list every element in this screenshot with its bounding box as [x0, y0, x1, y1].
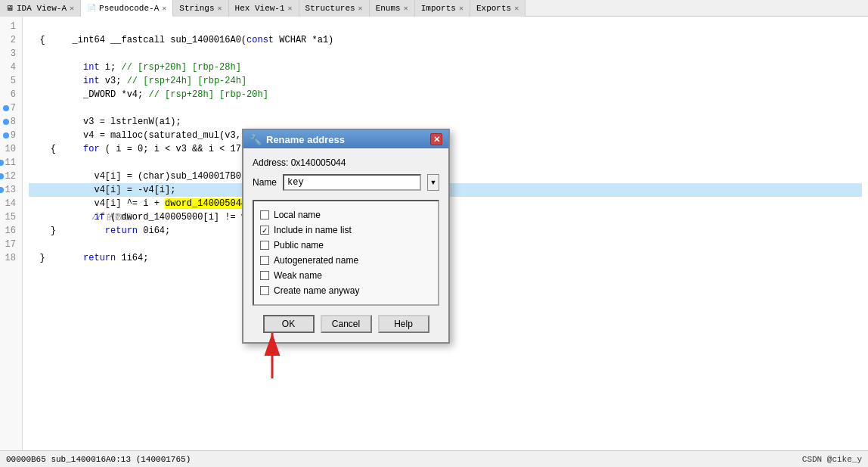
line-numbers: 1 2 3 4 5 6 7 8 9 10 11 12 13 14 15 16 1… — [0, 17, 23, 450]
tab-label-exports: Exports — [476, 4, 511, 13]
dialog-titlebar: 🔧 Rename address ✕ — [243, 130, 448, 148]
tab-enums[interactable]: Enums ✕ — [370, 0, 415, 17]
checkbox-autogenerated-label: Autogenerated name — [274, 255, 358, 266]
dialog-name-label: Name — [253, 177, 277, 188]
checkbox-create-input[interactable] — [260, 286, 269, 295]
checkbox-local-name: Local name — [260, 207, 432, 223]
tab-close-pseudo[interactable]: ✕ — [162, 4, 166, 13]
ok-button[interactable]: OK — [263, 315, 315, 333]
ln-15: 15 — [0, 210, 19, 224]
status-bar: 00000B65 sub_1400016A0:13 (140001765) CS… — [0, 450, 868, 467]
tab-icon-pseudo: 📄 — [87, 4, 96, 13]
dialog-close-button[interactable]: ✕ — [430, 133, 442, 145]
dialog-title-text: Rename address — [266, 134, 345, 145]
checkbox-public-label: Public name — [274, 240, 324, 251]
status-right: CSDN @cike_y — [802, 455, 862, 464]
checkbox-include-label: Include in name list — [274, 225, 352, 235]
ln-1: 1 — [0, 20, 19, 33]
ln-10: 10 — [0, 142, 19, 156]
checkbox-autogenerated-name: Autogenerated name — [260, 253, 432, 268]
ln-3: 3 — [0, 47, 19, 61]
tab-imports[interactable]: Imports ✕ — [415, 0, 470, 17]
tab-label-strings: Strings — [179, 4, 214, 13]
ln-6: 6 — [0, 88, 19, 101]
tab-label-structures: Structures — [305, 4, 355, 13]
tab-close-exports[interactable]: ✕ — [514, 4, 519, 13]
ln-12: 12 — [0, 170, 19, 183]
tab-close-strings[interactable]: ✕ — [218, 4, 222, 13]
tab-close-enums[interactable]: ✕ — [404, 4, 408, 13]
help-button[interactable]: Help — [378, 315, 429, 333]
code-line-3: int i; // [rsp+20h] [rbp-28h] — [29, 47, 862, 61]
checkbox-include-in-name-list: ✓ Include in name list — [260, 223, 432, 238]
tab-label-pseudo: Pseudocode-A — [99, 4, 159, 13]
tab-close-structures[interactable]: ✕ — [358, 4, 363, 13]
tab-label-hex: Hex View-1 — [235, 4, 285, 13]
ln-14: 14 — [0, 197, 19, 210]
ln-4: 4 — [0, 61, 19, 74]
ln-2: 2 — [0, 33, 19, 47]
tab-close-ida[interactable]: ✕ — [70, 4, 74, 13]
checkbox-autogenerated-input[interactable] — [260, 256, 269, 265]
checkbox-weak-input[interactable] — [260, 271, 269, 280]
ln-11: 11 — [0, 156, 19, 170]
tab-label-imports: Imports — [421, 4, 456, 13]
checkbox-include-input[interactable]: ✓ — [260, 226, 269, 235]
dialog-options-box: Local name ✓ Include in name list Public… — [253, 200, 439, 306]
dialog-name-row: Name ▼ — [253, 174, 439, 191]
ln-8: 8 — [0, 115, 19, 129]
tab-ida-view-a[interactable]: 🖥 IDA View-A ✕ — [0, 0, 81, 17]
tab-exports[interactable]: Exports ✕ — [470, 0, 525, 17]
dialog-title-icon: 🔧 — [250, 134, 262, 145]
ln-5: 5 — [0, 74, 19, 88]
ln-9: 9 — [0, 129, 19, 142]
tab-hex-view[interactable]: Hex View-1 ✕ — [229, 0, 299, 17]
checkbox-local-name-input[interactable] — [260, 210, 269, 219]
checkbox-weak-name: Weak name — [260, 268, 432, 283]
dialog-buttons: OK Cancel Help — [253, 315, 439, 333]
tab-structures[interactable]: Structures ✕ — [299, 0, 370, 17]
dialog-name-dropdown[interactable]: ▼ — [427, 174, 439, 191]
tab-strings[interactable]: Strings ✕ — [173, 0, 228, 17]
dialog-titlebar-left: 🔧 Rename address — [250, 134, 345, 145]
code-line-1: _int64 __fastcall sub_1400016A0(const WC… — [29, 20, 862, 33]
ln-18: 18 — [0, 251, 19, 265]
ln-17: 17 — [0, 238, 19, 251]
checkbox-public-name: Public name — [260, 238, 432, 253]
tab-icon-ida: 🖥 — [6, 4, 14, 13]
tab-label-enums: Enums — [376, 4, 401, 13]
rename-dialog[interactable]: 🔧 Rename address ✕ Address: 0x140005044 … — [242, 129, 450, 344]
dialog-address: Address: 0x140005044 — [253, 157, 439, 168]
status-left: 00000B65 sub_1400016A0:13 (140001765) — [6, 455, 191, 464]
tab-bar: 🖥 IDA View-A ✕ 📄 Pseudocode-A ✕ Strings … — [0, 0, 868, 17]
checkbox-weak-label: Weak name — [274, 270, 322, 281]
tab-pseudocode-a[interactable]: 📄 Pseudocode-A ✕ — [81, 0, 173, 17]
ln-13: 13 — [0, 183, 19, 197]
dialog-body: Address: 0x140005044 Name ▼ Local name ✓… — [243, 148, 448, 342]
cancel-button[interactable]: Cancel — [321, 315, 372, 333]
dialog-name-input[interactable] — [283, 174, 421, 191]
tab-close-imports[interactable]: ✕ — [459, 4, 463, 13]
ln-16: 16 — [0, 224, 19, 238]
code-line-7: v3 = lstrlenW(a1); — [29, 101, 862, 115]
ln-7: 7 — [0, 101, 19, 115]
checkbox-create-label: Create name anyway — [274, 285, 359, 296]
tab-close-hex[interactable]: ✕ — [288, 4, 293, 13]
tab-label-ida: IDA View-A — [17, 4, 67, 13]
checkbox-create-name-anyway: Create name anyway — [260, 283, 432, 298]
checkbox-public-input[interactable] — [260, 241, 269, 250]
checkbox-local-name-label: Local name — [274, 210, 321, 220]
